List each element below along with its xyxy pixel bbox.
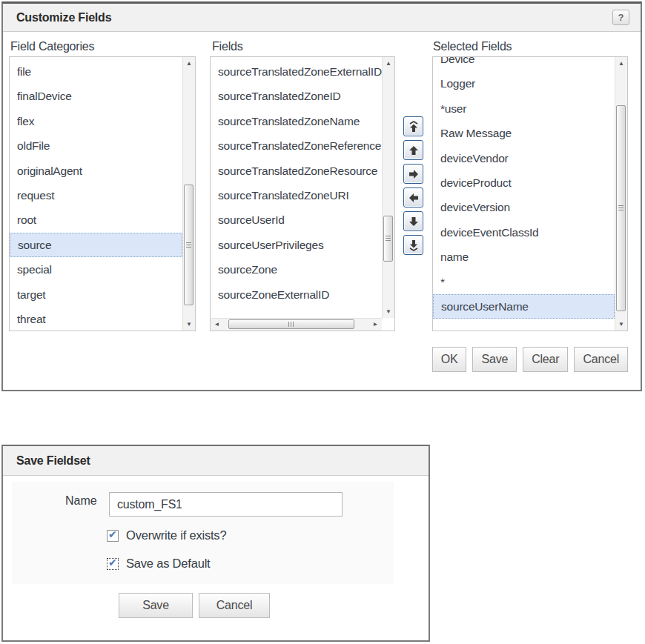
list-item[interactable]: root: [10, 208, 182, 232]
field-categories-label: Field Categories: [10, 40, 94, 53]
dialog-button-row: Save Cancel: [119, 593, 270, 618]
list-item[interactable]: deviceVendor: [433, 146, 615, 170]
list-item[interactable]: sourceUserId: [211, 208, 382, 232]
overwrite-checkbox[interactable]: ✔: [107, 530, 119, 542]
save-button[interactable]: Save: [119, 593, 193, 618]
move-buttons-column: [403, 116, 423, 255]
list-item[interactable]: name: [433, 245, 615, 269]
list-item[interactable]: threat: [10, 307, 182, 331]
help-icon[interactable]: ?: [612, 10, 629, 25]
scroll-up-icon[interactable]: ▲: [615, 58, 627, 69]
scroll-up-icon[interactable]: ▲: [183, 58, 195, 69]
double-down-arrow-icon: [408, 239, 420, 251]
move-right-button[interactable]: [403, 164, 423, 184]
list-item[interactable]: special: [10, 257, 182, 282]
double-up-arrow-icon: [408, 121, 420, 133]
move-up-button[interactable]: [403, 140, 423, 160]
cancel-button[interactable]: Cancel: [574, 347, 628, 372]
right-arrow-icon: [408, 168, 420, 180]
overwrite-checkbox-label: Overwrite if exists?: [126, 528, 226, 542]
field-categories-items: filefinalDeviceflexoldFileoriginalAgentr…: [10, 57, 182, 331]
default-checkbox-label: Save as Default: [126, 557, 210, 571]
list-item[interactable]: sourceUserPrivileges: [211, 233, 382, 257]
vertical-scrollbar: ▲ ▼: [615, 57, 627, 331]
save-as-default-checkbox[interactable]: ✔: [107, 558, 119, 570]
scrollbar-thumb[interactable]: [184, 185, 194, 305]
scroll-down-icon[interactable]: ▼: [183, 319, 195, 330]
vertical-scrollbar: ▲ ▼: [182, 57, 195, 331]
fields-items: sourceTranslatedZoneExternalIDsourceTran…: [211, 57, 382, 318]
scroll-left-icon[interactable]: ◄: [211, 319, 222, 331]
scroll-down-icon[interactable]: ▼: [383, 306, 394, 317]
list-item[interactable]: flex: [10, 109, 182, 133]
field-categories-listbox: filefinalDeviceflexoldFileoriginalAgentr…: [9, 56, 196, 331]
dialog-button-row: OK Save Clear Cancel: [432, 347, 628, 372]
list-item[interactable]: oldFile: [10, 133, 182, 158]
scroll-right-icon[interactable]: ►: [370, 319, 381, 331]
selected-fields-listbox: DeviceLogger*userRaw MessagedeviceVendor…: [432, 56, 628, 331]
list-item[interactable]: sourceTranslatedZoneResource: [211, 159, 382, 183]
list-item[interactable]: deviceProduct: [433, 170, 615, 195]
check-icon: ✔: [108, 557, 117, 568]
cancel-button[interactable]: Cancel: [199, 593, 270, 618]
dialog-title: Customize Fields: [16, 11, 111, 24]
list-item[interactable]: Device: [433, 57, 615, 71]
list-item[interactable]: deviceVersion: [433, 195, 615, 219]
clear-button[interactable]: Clear: [523, 347, 568, 372]
fields-label: Fields: [212, 40, 242, 53]
name-label: Name: [65, 494, 101, 508]
save-button[interactable]: Save: [472, 347, 517, 372]
list-item[interactable]: sourceTranslatedZoneExternalID: [211, 59, 382, 84]
selected-fields-items: DeviceLogger*userRaw MessagedeviceVendor…: [433, 57, 615, 331]
scroll-up-icon[interactable]: ▲: [383, 58, 394, 69]
list-item[interactable]: sourceZoneExternalID: [211, 282, 382, 307]
save-fieldset-dialog: Save Fieldset Name ✔ Overwrite if exists…: [1, 445, 430, 642]
list-item[interactable]: request: [10, 183, 182, 208]
move-to-top-button[interactable]: [403, 116, 423, 136]
list-item[interactable]: deviceEventClassId: [433, 220, 615, 245]
list-item[interactable]: file: [10, 59, 182, 84]
dialog-title: Save Fieldset: [16, 454, 90, 468]
list-item[interactable]: *user: [433, 96, 615, 121]
vertical-scrollbar: ▲ ▼: [382, 57, 394, 318]
customize-fields-dialog: Customize Fields ? Field Categories Fiel…: [1, 1, 642, 391]
horizontal-scrollbar: ◄ ►: [211, 318, 382, 331]
list-item[interactable]: originalAgent: [10, 159, 182, 183]
list-item[interactable]: *: [433, 270, 615, 294]
scrollbar-thumb[interactable]: [228, 319, 354, 329]
selected-fields-label: Selected Fields: [433, 40, 512, 53]
scrollbar-thumb[interactable]: [383, 216, 393, 262]
list-item[interactable]: sourceUserName: [433, 294, 615, 319]
down-arrow-icon: [408, 216, 420, 228]
list-item[interactable]: sourceTranslatedZoneName: [211, 109, 382, 133]
list-item[interactable]: target: [10, 282, 182, 307]
scroll-down-icon[interactable]: ▼: [615, 319, 627, 330]
dialog-titlebar: Customize Fields ?: [3, 4, 641, 32]
list-item[interactable]: sourceTranslatedZoneID: [211, 84, 382, 108]
default-checkbox-row: ✔ Save as Default: [107, 557, 210, 571]
name-input[interactable]: [109, 492, 343, 517]
list-item[interactable]: sourceTranslatedZoneURI: [211, 183, 382, 208]
move-down-button[interactable]: [403, 211, 423, 231]
move-left-button[interactable]: [403, 187, 423, 208]
list-item[interactable]: sourceZone: [211, 257, 382, 282]
list-item[interactable]: finalDevice: [10, 84, 182, 108]
move-to-bottom-button[interactable]: [403, 235, 423, 255]
fields-listbox: sourceTranslatedZoneExternalIDsourceTran…: [210, 56, 395, 331]
scrollbar-thumb[interactable]: [616, 105, 626, 311]
list-item[interactable]: sourceTranslatedZoneReference: [211, 133, 382, 158]
overwrite-checkbox-row: ✔ Overwrite if exists?: [107, 528, 226, 542]
list-item[interactable]: source: [10, 233, 182, 257]
up-arrow-icon: [408, 145, 420, 156]
list-item[interactable]: Raw Message: [433, 121, 615, 145]
list-item[interactable]: Logger: [433, 71, 615, 96]
ok-button[interactable]: OK: [432, 347, 467, 372]
dialog-titlebar: Save Fieldset: [3, 446, 429, 476]
check-icon: ✔: [108, 528, 117, 540]
left-arrow-icon: [408, 192, 420, 204]
